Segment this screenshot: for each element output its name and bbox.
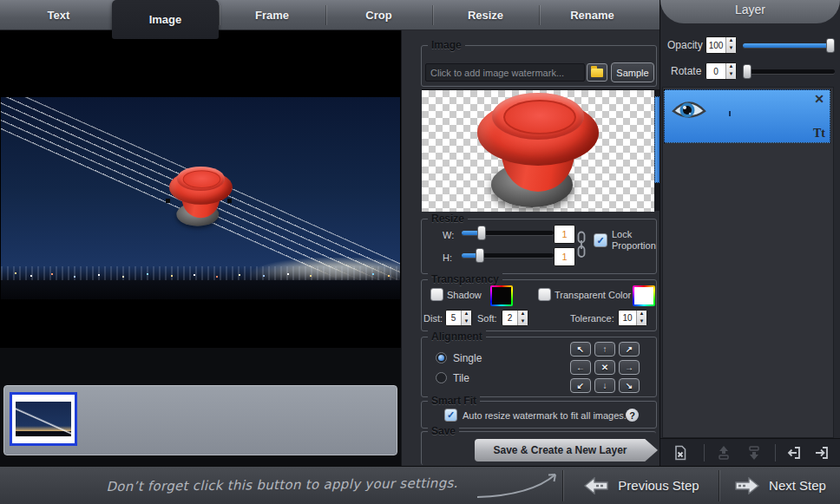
image-watermark-settings-panel: Image Sample Resize W: [401, 30, 660, 466]
width-slider-thumb[interactable] [477, 226, 486, 240]
resize-groupbox: Resize W: 1 H: 1 ✓ Lock [421, 219, 657, 274]
previous-step-arrow-icon [583, 477, 609, 494]
import-layers-button[interactable] [814, 445, 830, 461]
single-radio[interactable] [436, 352, 447, 363]
shadow-checkbox[interactable] [430, 288, 443, 301]
transparent-color-label: Transparent Color [555, 290, 631, 300]
spin-up-icon[interactable]: ▲ [462, 311, 471, 318]
spin-down-icon[interactable]: ▼ [518, 318, 528, 326]
browse-image-button[interactable] [587, 63, 607, 82]
shadow-color-swatch[interactable] [490, 285, 513, 306]
lock-proportion-label-line1: Lock [612, 229, 632, 239]
rotate-spinner[interactable]: 0 ▲▼ [705, 62, 737, 80]
tab-resize[interactable]: Resize [432, 0, 539, 30]
align-bottom-right-button[interactable]: ↘ [619, 378, 640, 393]
opacity-spinner[interactable]: 100 ▲▼ [705, 36, 737, 54]
align-top-left-button[interactable]: ↖ [570, 342, 591, 357]
width-value[interactable]: 1 [554, 225, 575, 244]
layer-name-mark [729, 111, 731, 116]
spin-down-icon[interactable]: ▼ [462, 318, 471, 326]
thumbnail-image [16, 402, 71, 436]
transparency-groupbox: Transparency Shadow Transparent Color Di… [421, 279, 657, 331]
thumbnail-selected[interactable] [10, 392, 77, 446]
layer-visibility-eye-icon[interactable] [672, 99, 706, 123]
dist-label: Dist: [423, 313, 443, 324]
tab-crop[interactable]: Crop [325, 0, 432, 30]
city-lights-graphic [1, 97, 3, 99]
layer-row-selected[interactable]: ✕ Tt [664, 89, 830, 143]
tab-frame[interactable]: Frame [219, 0, 325, 30]
tab-rename[interactable]: Rename [539, 0, 646, 30]
auto-resize-checkbox[interactable]: ✓ [444, 409, 457, 422]
align-bottom-center-button[interactable]: ↓ [594, 378, 615, 393]
opacity-slider[interactable] [743, 38, 835, 53]
align-middle-right-button[interactable]: → [619, 360, 640, 375]
watermark-preview[interactable] [422, 89, 654, 212]
previous-step-label: Previous Step [618, 478, 699, 493]
spin-down-icon[interactable]: ▼ [726, 45, 736, 53]
tolerance-spinner[interactable]: 10 ▲▼ [618, 310, 647, 326]
spin-down-icon[interactable]: ▼ [637, 318, 646, 326]
bottom-bar-separator [562, 470, 563, 501]
watermark-handle-right[interactable] [227, 199, 232, 203]
resize-groupbox-title: Resize [428, 213, 468, 225]
export-layers-icon [786, 445, 802, 461]
watermark-app-window: Text Image Frame Crop Resize Rename [0, 0, 840, 504]
soft-spinner[interactable]: 2 ▲▼ [502, 310, 528, 326]
tile-radio[interactable] [436, 372, 447, 383]
footer-separator [704, 444, 705, 461]
export-layers-button[interactable] [786, 445, 802, 461]
align-top-center-button[interactable]: ↑ [594, 342, 615, 357]
align-middle-left-button[interactable]: ← [570, 360, 591, 375]
width-slider[interactable] [462, 226, 554, 240]
opacity-label: Opacity [667, 39, 703, 51]
image-watermark-input[interactable] [425, 63, 585, 82]
photo-night-runway[interactable] [1, 97, 400, 299]
spin-down-icon[interactable]: ▼ [726, 71, 736, 79]
tolerance-label: Tolerance: [570, 313, 614, 324]
next-step-button[interactable]: Next Step [722, 467, 838, 504]
rotate-value: 0 [706, 63, 725, 79]
delete-layer-button[interactable] [673, 445, 688, 461]
help-icon[interactable]: ? [626, 409, 639, 422]
align-top-right-button[interactable]: ↗ [619, 342, 640, 357]
dist-spinner[interactable]: 5 ▲▼ [445, 310, 472, 326]
height-value[interactable]: 1 [554, 247, 575, 266]
tab-image[interactable]: Image [112, 0, 219, 39]
save-create-layer-button[interactable]: Save & Create a New Layer [475, 439, 658, 461]
main-tab-bar: Text Image Frame Crop Resize Rename [0, 0, 660, 30]
watermark-handle-left[interactable] [166, 199, 170, 203]
rotate-slider-track[interactable] [743, 69, 835, 74]
tab-text[interactable]: Text [5, 0, 112, 30]
rotate-slider-thumb[interactable] [743, 64, 751, 79]
delete-layer-x-icon[interactable]: ✕ [814, 92, 824, 106]
opacity-slider-thumb[interactable] [826, 38, 835, 53]
watermark-on-photo[interactable] [169, 167, 233, 227]
previous-step-button[interactable]: Previous Step [566, 467, 717, 504]
next-step-label: Next Step [769, 478, 826, 493]
align-bottom-left-button[interactable]: ↙ [570, 378, 591, 393]
layer-list: ✕ Tt [662, 87, 834, 438]
layer-panel-title: Layer [660, 0, 840, 23]
move-layer-down-button[interactable] [746, 445, 762, 461]
spin-up-icon[interactable]: ▲ [726, 37, 736, 45]
transparent-color-checkbox[interactable] [538, 288, 551, 301]
height-slider-thumb[interactable] [476, 248, 484, 263]
check-icon: ✓ [447, 409, 455, 421]
spin-up-icon[interactable]: ▲ [637, 311, 646, 318]
height-slider[interactable] [462, 248, 554, 263]
spin-up-icon[interactable]: ▲ [518, 311, 528, 318]
hint-curved-arrow-icon [476, 469, 562, 501]
sample-button[interactable]: Sample [611, 62, 654, 82]
tile-label: Tile [453, 372, 469, 384]
rotate-slider[interactable] [743, 64, 835, 79]
align-center-button[interactable]: ✕ [594, 360, 615, 375]
lock-proportion-checkbox[interactable]: ✓ [594, 233, 607, 247]
city-skyline-graphic [1, 266, 400, 280]
auto-resize-label: Auto resize watermark to fit all images. [463, 410, 627, 421]
move-layer-up-button[interactable] [716, 445, 732, 461]
ground-graphic [1, 280, 400, 299]
spin-up-icon[interactable]: ▲ [726, 63, 736, 71]
transparent-color-swatch[interactable] [633, 285, 655, 306]
red-button-ring [503, 100, 576, 134]
